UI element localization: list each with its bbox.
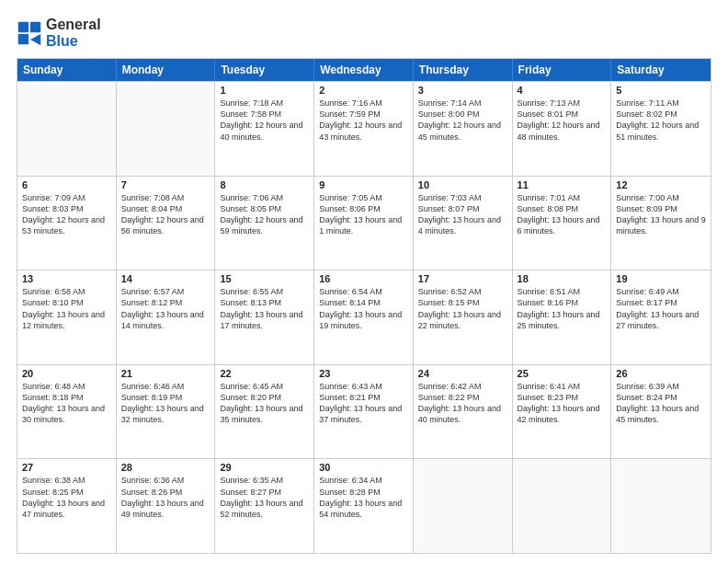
calendar-cell: 27Sunrise: 6:38 AM Sunset: 8:25 PM Dayli… xyxy=(17,459,117,553)
day-info: Sunrise: 7:06 AM Sunset: 8:05 PM Dayligh… xyxy=(220,192,309,237)
day-info: Sunrise: 7:14 AM Sunset: 8:00 PM Dayligh… xyxy=(418,98,507,143)
calendar-cell: 1Sunrise: 7:18 AM Sunset: 7:58 PM Daylig… xyxy=(215,82,314,176)
logo-icon xyxy=(17,20,42,46)
day-number: 1 xyxy=(220,85,309,96)
day-number: 26 xyxy=(616,368,706,379)
day-number: 21 xyxy=(121,368,210,379)
day-info: Sunrise: 7:13 AM Sunset: 8:01 PM Dayligh… xyxy=(518,98,607,143)
calendar-cell: 10Sunrise: 7:03 AM Sunset: 8:07 PM Dayli… xyxy=(414,177,513,270)
day-number: 9 xyxy=(319,179,408,190)
day-number: 14 xyxy=(121,273,210,284)
day-number: 19 xyxy=(616,273,706,284)
calendar-cell: 15Sunrise: 6:55 AM Sunset: 8:13 PM Dayli… xyxy=(215,270,314,364)
day-number: 6 xyxy=(22,179,111,190)
page: General Blue SundayMondayTuesdayWednesda… xyxy=(0,0,728,563)
day-info: Sunrise: 6:34 AM Sunset: 8:28 PM Dayligh… xyxy=(319,475,408,520)
calendar-cell: 20Sunrise: 6:48 AM Sunset: 8:18 PM Dayli… xyxy=(17,365,117,459)
day-number: 5 xyxy=(616,85,706,96)
day-number: 8 xyxy=(220,179,309,190)
day-header-sunday: Sunday xyxy=(17,59,117,81)
calendar: SundayMondayTuesdayWednesdayThursdayFrid… xyxy=(17,58,711,554)
logo-text: General Blue xyxy=(46,17,101,49)
day-number: 27 xyxy=(22,462,111,473)
day-number: 17 xyxy=(418,273,507,284)
day-header-wednesday: Wednesday xyxy=(314,59,414,81)
day-header-thursday: Thursday xyxy=(414,59,513,81)
day-number: 22 xyxy=(220,368,309,379)
day-number: 24 xyxy=(418,368,507,379)
day-info: Sunrise: 6:49 AM Sunset: 8:17 PM Dayligh… xyxy=(616,286,706,331)
calendar-body: 1Sunrise: 7:18 AM Sunset: 7:58 PM Daylig… xyxy=(17,81,711,553)
day-info: Sunrise: 7:08 AM Sunset: 8:04 PM Dayligh… xyxy=(121,192,210,237)
day-number: 20 xyxy=(22,368,111,379)
day-info: Sunrise: 6:55 AM Sunset: 8:13 PM Dayligh… xyxy=(220,286,309,331)
calendar-cell: 24Sunrise: 6:42 AM Sunset: 8:22 PM Dayli… xyxy=(414,365,513,459)
day-info: Sunrise: 6:52 AM Sunset: 8:15 PM Dayligh… xyxy=(418,286,507,331)
calendar-row-3: 13Sunrise: 6:58 AM Sunset: 8:10 PM Dayli… xyxy=(17,270,711,364)
logo-general: General xyxy=(46,17,101,32)
day-number: 16 xyxy=(319,273,408,284)
day-info: Sunrise: 6:46 AM Sunset: 8:19 PM Dayligh… xyxy=(121,381,210,426)
day-info: Sunrise: 6:54 AM Sunset: 8:14 PM Dayligh… xyxy=(319,286,408,331)
calendar-cell: 30Sunrise: 6:34 AM Sunset: 8:28 PM Dayli… xyxy=(314,459,414,553)
calendar-cell: 26Sunrise: 6:39 AM Sunset: 8:24 PM Dayli… xyxy=(611,365,711,459)
calendar-cell: 14Sunrise: 6:57 AM Sunset: 8:12 PM Dayli… xyxy=(117,270,216,364)
calendar-row-4: 20Sunrise: 6:48 AM Sunset: 8:18 PM Dayli… xyxy=(17,364,711,459)
day-info: Sunrise: 6:41 AM Sunset: 8:23 PM Dayligh… xyxy=(518,381,607,426)
day-number: 15 xyxy=(220,273,309,284)
day-number: 12 xyxy=(616,179,706,190)
day-info: Sunrise: 7:05 AM Sunset: 8:06 PM Dayligh… xyxy=(319,192,408,237)
day-number: 18 xyxy=(518,273,607,284)
header: General Blue xyxy=(17,17,711,49)
calendar-cell: 11Sunrise: 7:01 AM Sunset: 8:08 PM Dayli… xyxy=(513,177,612,270)
day-number: 25 xyxy=(518,368,607,379)
calendar-cell: 21Sunrise: 6:46 AM Sunset: 8:19 PM Dayli… xyxy=(117,365,216,459)
calendar-cell: 13Sunrise: 6:58 AM Sunset: 8:10 PM Dayli… xyxy=(17,270,117,364)
calendar-cell: 23Sunrise: 6:43 AM Sunset: 8:21 PM Dayli… xyxy=(314,365,414,459)
calendar-cell: 12Sunrise: 7:00 AM Sunset: 8:09 PM Dayli… xyxy=(611,177,711,270)
calendar-cell xyxy=(611,459,711,553)
calendar-cell: 29Sunrise: 6:35 AM Sunset: 8:27 PM Dayli… xyxy=(215,459,314,553)
day-number: 29 xyxy=(220,462,309,473)
day-number: 10 xyxy=(418,179,507,190)
day-number: 2 xyxy=(319,85,408,96)
calendar-cell: 19Sunrise: 6:49 AM Sunset: 8:17 PM Dayli… xyxy=(611,270,711,364)
day-info: Sunrise: 6:48 AM Sunset: 8:18 PM Dayligh… xyxy=(22,381,111,426)
svg-marker-3 xyxy=(30,33,40,44)
calendar-header-row: SundayMondayTuesdayWednesdayThursdayFrid… xyxy=(17,59,711,81)
calendar-cell: 28Sunrise: 6:36 AM Sunset: 8:26 PM Dayli… xyxy=(117,459,216,553)
logo: General Blue xyxy=(17,17,101,49)
day-info: Sunrise: 6:51 AM Sunset: 8:16 PM Dayligh… xyxy=(518,286,607,331)
calendar-cell xyxy=(117,82,216,176)
calendar-row-1: 1Sunrise: 7:18 AM Sunset: 7:58 PM Daylig… xyxy=(17,81,711,176)
day-info: Sunrise: 7:03 AM Sunset: 8:07 PM Dayligh… xyxy=(418,192,507,237)
day-number: 13 xyxy=(22,273,111,284)
calendar-cell: 16Sunrise: 6:54 AM Sunset: 8:14 PM Dayli… xyxy=(314,270,414,364)
calendar-row-5: 27Sunrise: 6:38 AM Sunset: 8:25 PM Dayli… xyxy=(17,458,711,553)
day-info: Sunrise: 6:35 AM Sunset: 8:27 PM Dayligh… xyxy=(220,475,309,520)
day-number: 3 xyxy=(418,85,507,96)
calendar-cell: 9Sunrise: 7:05 AM Sunset: 8:06 PM Daylig… xyxy=(314,177,414,270)
calendar-cell: 18Sunrise: 6:51 AM Sunset: 8:16 PM Dayli… xyxy=(513,270,612,364)
calendar-cell: 17Sunrise: 6:52 AM Sunset: 8:15 PM Dayli… xyxy=(414,270,513,364)
day-info: Sunrise: 7:09 AM Sunset: 8:03 PM Dayligh… xyxy=(22,192,111,237)
calendar-cell: 2Sunrise: 7:16 AM Sunset: 7:59 PM Daylig… xyxy=(314,82,414,176)
day-info: Sunrise: 6:57 AM Sunset: 8:12 PM Dayligh… xyxy=(121,286,210,331)
day-info: Sunrise: 7:01 AM Sunset: 8:08 PM Dayligh… xyxy=(518,192,607,237)
day-number: 7 xyxy=(121,179,210,190)
day-info: Sunrise: 6:38 AM Sunset: 8:25 PM Dayligh… xyxy=(22,475,111,520)
day-info: Sunrise: 7:11 AM Sunset: 8:02 PM Dayligh… xyxy=(616,98,706,143)
day-info: Sunrise: 6:39 AM Sunset: 8:24 PM Dayligh… xyxy=(616,381,706,426)
calendar-cell: 5Sunrise: 7:11 AM Sunset: 8:02 PM Daylig… xyxy=(611,82,711,176)
calendar-row-2: 6Sunrise: 7:09 AM Sunset: 8:03 PM Daylig… xyxy=(17,176,711,270)
calendar-cell: 25Sunrise: 6:41 AM Sunset: 8:23 PM Dayli… xyxy=(513,365,612,459)
logo-blue: Blue xyxy=(46,33,78,49)
day-number: 28 xyxy=(121,462,210,473)
day-header-friday: Friday xyxy=(513,59,612,81)
day-header-tuesday: Tuesday xyxy=(215,59,314,81)
day-number: 30 xyxy=(319,462,408,473)
day-number: 23 xyxy=(319,368,408,379)
calendar-cell xyxy=(17,82,117,176)
day-info: Sunrise: 6:42 AM Sunset: 8:22 PM Dayligh… xyxy=(418,381,507,426)
calendar-cell xyxy=(513,459,612,553)
